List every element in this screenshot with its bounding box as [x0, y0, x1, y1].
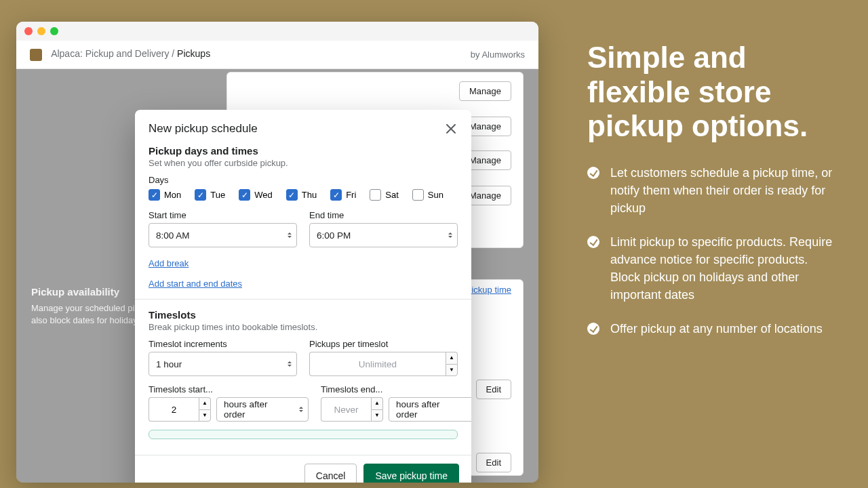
save-pickup-time-button[interactable]: Save pickup time: [363, 464, 459, 483]
marketing-bullet-text: Let customers schedule a pickup time, or…: [610, 164, 834, 217]
timeslots-start-label: Timeslots start...: [149, 384, 309, 394]
new-pickup-schedule-modal: New pickup schedule Pickup days and time…: [135, 110, 471, 483]
marketing-bullet-text: Offer pickup at any number of locations: [610, 320, 823, 338]
start-time-select[interactable]: 8:00 AM: [149, 223, 297, 247]
add-break-link[interactable]: Add break: [149, 258, 189, 268]
day-tue: Tue: [195, 189, 225, 201]
day-label: Thu: [302, 190, 317, 200]
modal-title: New pickup schedule: [149, 122, 258, 136]
marketing-bullet-text: Limit pickup to specific products. Requi…: [610, 233, 834, 304]
day-label: Wed: [254, 190, 273, 200]
check-circle-icon: [587, 323, 599, 335]
manage-button[interactable]: Manage: [459, 81, 511, 101]
zoom-window-dot[interactable]: [50, 27, 58, 35]
marketing-panel: Simple and flexible store pickup options…: [570, 0, 868, 488]
day-sat: Sat: [370, 189, 399, 201]
timeslots-section-title: Timeslots: [149, 309, 458, 321]
day-fri: Fri: [330, 189, 356, 201]
marketing-heading: Simple and flexible store pickup options…: [587, 41, 834, 144]
increments-select[interactable]: 1 hour: [149, 352, 297, 376]
timeslots-start-unit-select[interactable]: hours after order: [216, 397, 309, 422]
day-label: Fri: [346, 190, 356, 200]
day-wed: Wed: [239, 189, 273, 201]
pickups-per-stepper[interactable]: ▲▼: [446, 352, 458, 376]
cancel-button[interactable]: Cancel: [304, 464, 357, 483]
pickup-days-section-desc: Set when you offer curbside pickup.: [149, 158, 458, 168]
check-circle-icon: [587, 236, 599, 248]
day-label: Tue: [210, 190, 225, 200]
edit-button[interactable]: Edit: [476, 453, 511, 472]
day-checkbox-fri[interactable]: [330, 189, 342, 201]
edit-button[interactable]: Edit: [476, 380, 511, 399]
pickup-availability-heading: Pickup availability: [31, 286, 119, 298]
timeslots-end-stepper[interactable]: ▲▼: [371, 397, 383, 422]
timeslots-end-unit-select[interactable]: hours after order: [389, 397, 471, 422]
app-window: Alpaca: Pickup and Delivery / Pickups by…: [16, 22, 538, 483]
app-logo-icon: [30, 49, 42, 61]
day-checkbox-wed[interactable]: [239, 189, 250, 201]
chevron-down-icon: ▼: [371, 409, 383, 422]
day-label: Sun: [428, 190, 443, 200]
close-icon[interactable]: [444, 122, 458, 136]
pickup-days-section-title: Pickup days and times: [149, 145, 458, 157]
day-checkbox-thu[interactable]: [286, 189, 298, 201]
minimize-window-dot[interactable]: [37, 27, 45, 35]
day-checkbox-sun[interactable]: [412, 189, 424, 201]
day-mon: Mon: [149, 189, 181, 201]
timeslots-end-label: Timeslots end...: [321, 384, 471, 394]
chevron-down-icon: ▼: [199, 409, 211, 422]
app-toolbar: Alpaca: Pickup and Delivery / Pickups by…: [16, 41, 538, 69]
chevron-up-icon: ▲: [199, 397, 211, 409]
increments-label: Timeslot increments: [149, 339, 297, 349]
check-circle-icon: [587, 167, 599, 179]
chevron-up-icon: ▲: [446, 352, 458, 364]
start-time-label: Start time: [149, 210, 297, 220]
marketing-bullet: Limit pickup to specific products. Requi…: [587, 233, 834, 304]
byline: by Alumworks: [471, 49, 525, 60]
timeslots-section-desc: Break pickup times into bookable timeslo…: [149, 322, 458, 332]
end-time-label: End time: [309, 210, 458, 220]
chevron-down-icon: ▼: [446, 364, 458, 377]
day-thu: Thu: [286, 189, 317, 201]
mac-titlebar: [16, 22, 538, 41]
timeslots-start-value[interactable]: 2: [149, 397, 199, 422]
day-label: Mon: [164, 190, 181, 200]
marketing-bullet: Let customers schedule a pickup time, or…: [587, 164, 834, 217]
day-checkbox-sat[interactable]: [370, 189, 381, 201]
timeslots-end-value[interactable]: Never: [321, 397, 371, 422]
day-sun: Sun: [412, 189, 443, 201]
timeslots-start-stepper[interactable]: ▲▼: [199, 397, 211, 422]
days-label: Days: [149, 175, 458, 185]
end-time-select[interactable]: 6:00 PM: [309, 223, 458, 247]
breadcrumb[interactable]: Alpaca: Pickup and Delivery / Pickups: [51, 48, 210, 59]
close-window-dot[interactable]: [24, 27, 33, 35]
pickups-per-label: Pickups per timeslot: [309, 339, 458, 349]
pickups-per-input[interactable]: Unlimited: [309, 352, 446, 376]
day-checkbox-mon[interactable]: [149, 189, 160, 201]
add-start-end-dates-link[interactable]: Add start and end dates: [149, 279, 242, 289]
marketing-bullet: Offer pickup at any number of locations: [587, 320, 834, 338]
info-banner: [149, 430, 458, 439]
chevron-up-icon: ▲: [371, 397, 383, 409]
day-label: Sat: [385, 190, 399, 200]
day-checkbox-tue[interactable]: [195, 189, 206, 201]
